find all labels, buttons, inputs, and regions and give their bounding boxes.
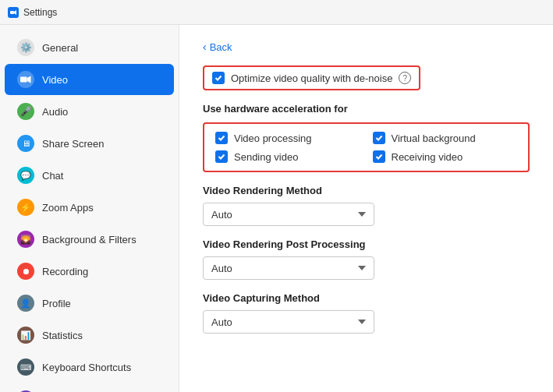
optimize-checkbox[interactable] xyxy=(212,72,225,84)
general-icon: ⚙️ xyxy=(17,39,34,56)
share-screen-icon: 🖥 xyxy=(17,135,34,152)
profile-icon: 👤 xyxy=(17,295,34,312)
hw-checkbox-sending-video[interactable] xyxy=(215,150,228,163)
optimize-option-row: Optimize video quality with de-noise ? xyxy=(203,65,420,90)
video-icon xyxy=(17,71,34,88)
rendering-method-select[interactable]: Auto Direct3D11 Direct3D9 OpenGL xyxy=(203,203,374,226)
recording-icon: ⏺ xyxy=(17,263,34,280)
sidebar-item-label: Chat xyxy=(42,170,63,182)
hw-checkbox-receiving-video[interactable] xyxy=(373,150,385,163)
sidebar-item-share-screen[interactable]: 🖥 Share Screen xyxy=(5,128,174,159)
hw-section-title: Use hardware acceleration for xyxy=(203,103,530,115)
hw-label-virtual-background: Virtual background xyxy=(392,132,476,144)
audio-icon: 🎤 xyxy=(17,103,34,120)
svg-marker-1 xyxy=(14,10,16,15)
sidebar-item-general[interactable]: ⚙️ General xyxy=(5,32,174,63)
sidebar-item-keyboard[interactable]: ⌨ Keyboard Shortcuts xyxy=(5,351,174,383)
sidebar-item-label: Keyboard Shortcuts xyxy=(42,362,131,373)
sidebar-item-accessibility[interactable]: ♿ Accessibility xyxy=(5,383,174,392)
svg-rect-2 xyxy=(20,77,27,83)
hw-option-video-processing: Video processing xyxy=(215,132,360,144)
svg-rect-0 xyxy=(10,11,14,14)
sidebar-item-recording[interactable]: ⏺ Recording xyxy=(5,256,174,287)
hw-option-virtual-background: Virtual background xyxy=(373,132,518,144)
optimize-label: Optimize video quality with de-noise xyxy=(231,72,392,84)
rendering-method-section: Video Rendering Method Auto Direct3D11 D… xyxy=(203,185,530,226)
background-icon: 🌄 xyxy=(17,231,34,248)
hw-checkbox-virtual-background[interactable] xyxy=(373,132,385,144)
hw-option-sending-video: Sending video xyxy=(215,150,360,163)
sidebar-item-background[interactable]: 🌄 Background & Filters xyxy=(5,224,174,255)
capturing-method-select[interactable]: Auto Enable Disable xyxy=(203,310,374,334)
sidebar-item-video[interactable]: Video xyxy=(5,64,174,95)
chat-icon: 💬 xyxy=(17,167,34,184)
sidebar-item-label: Profile xyxy=(42,298,71,309)
sidebar-item-profile[interactable]: 👤 Profile xyxy=(5,288,174,319)
sidebar-item-label: Audio xyxy=(42,106,68,118)
sidebar-item-label: Statistics xyxy=(42,330,83,341)
back-arrow-icon: ‹ xyxy=(203,41,207,53)
optimize-row-container: Optimize video quality with de-noise ? xyxy=(203,65,530,90)
sidebar-item-statistics[interactable]: 📊 Statistics xyxy=(5,320,174,351)
rendering-post-section: Video Rendering Post Processing Auto Ena… xyxy=(203,238,530,280)
sidebar-item-label: Recording xyxy=(42,266,88,277)
sidebar-item-audio[interactable]: 🎤 Audio xyxy=(5,96,174,127)
sidebar-item-label: General xyxy=(42,42,78,54)
sidebar-item-label: Video xyxy=(42,74,68,86)
capturing-method-label: Video Capturing Method xyxy=(203,292,530,304)
rendering-method-label: Video Rendering Method xyxy=(203,185,530,196)
back-label: Back xyxy=(210,41,232,53)
rendering-post-select[interactable]: Auto Enable Disable xyxy=(203,256,374,280)
app-icon xyxy=(8,7,19,18)
hw-label-video-processing: Video processing xyxy=(234,132,312,144)
rendering-post-label: Video Rendering Post Processing xyxy=(203,238,530,250)
sidebar-item-zoom-apps[interactable]: ⚡ Zoom Apps xyxy=(5,192,174,223)
content-area: ‹ Back Optimize video quality with de-no… xyxy=(179,25,553,392)
zoom-apps-icon: ⚡ xyxy=(17,199,34,216)
main-layout: ⚙️ General Video 🎤 Audio 🖥 Share Screen … xyxy=(0,25,553,392)
window-title: Settings xyxy=(23,7,57,18)
title-bar: Settings xyxy=(0,0,553,25)
info-icon[interactable]: ? xyxy=(399,72,411,84)
hw-label-receiving-video: Receiving video xyxy=(392,151,463,163)
sidebar-item-label: Share Screen xyxy=(42,138,105,150)
capturing-method-section: Video Capturing Method Auto Enable Disab… xyxy=(203,292,530,334)
sidebar-item-label: Background & Filters xyxy=(42,234,136,245)
keyboard-icon: ⌨ xyxy=(17,358,34,376)
hw-accel-box: Video processing Virtual background Send… xyxy=(203,122,530,172)
sidebar-item-chat[interactable]: 💬 Chat xyxy=(5,160,174,191)
hw-label-sending-video: Sending video xyxy=(234,151,298,163)
statistics-icon: 📊 xyxy=(17,327,34,344)
sidebar: ⚙️ General Video 🎤 Audio 🖥 Share Screen … xyxy=(0,25,179,392)
hw-option-receiving-video: Receiving video xyxy=(373,150,518,163)
back-link[interactable]: ‹ Back xyxy=(203,41,530,53)
hw-checkbox-video-processing[interactable] xyxy=(215,132,228,144)
svg-marker-3 xyxy=(27,76,31,83)
sidebar-item-label: Zoom Apps xyxy=(42,202,94,214)
